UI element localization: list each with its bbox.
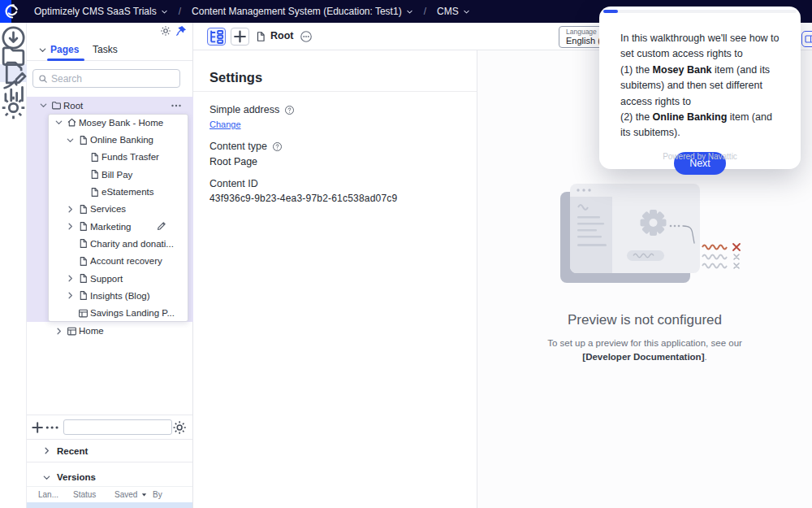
tree-footer-toolbar <box>27 415 192 439</box>
rail-item-settings[interactable] <box>0 99 27 117</box>
tree-item-label: Savings Landing P... <box>90 308 175 318</box>
more-options-button[interactable] <box>45 419 59 436</box>
content-id-field: Content ID <box>209 178 258 189</box>
nav-app-menu[interactable]: CMS <box>437 6 470 17</box>
add-page-button[interactable] <box>30 419 45 436</box>
walkthrough-popover: In this walkthrough we'll see how to set… <box>599 7 801 169</box>
chevron-right-icon[interactable] <box>64 222 76 231</box>
page-icon <box>255 31 266 42</box>
chevron-spacer <box>76 153 88 162</box>
tree-item-funds-trasfer[interactable]: Funds Trasfer <box>48 149 188 166</box>
walkthrough-progress-track <box>603 10 797 13</box>
breadcrumb-current-page: Root <box>270 30 293 41</box>
sort-caret-down-icon <box>140 491 148 498</box>
tree-settings-gear-icon[interactable] <box>172 419 187 436</box>
tree-item-services[interactable]: Services <box>48 201 188 218</box>
developer-documentation-link[interactable]: [Developer Documentation] <box>582 352 704 362</box>
nav-instance-menu[interactable]: Content Management System (Education: Te… <box>192 6 413 17</box>
walkthrough-item1-bold: Mosey Bank <box>653 64 712 76</box>
versions-column-lan: Lan... <box>38 490 58 499</box>
chevron-spacer <box>64 239 76 248</box>
tree-item-label: Bill Pay <box>102 170 132 180</box>
recent-section-header[interactable]: Recent <box>27 439 192 462</box>
page-options-menu-icon[interactable] <box>300 30 313 43</box>
page-icon <box>76 221 90 232</box>
chevron-down-icon[interactable] <box>37 101 50 110</box>
preview-hint-text: To set up a preview for this application… <box>547 338 742 348</box>
block-icon <box>65 326 79 336</box>
tree-item-options-icon[interactable] <box>171 100 182 111</box>
page-icon <box>76 204 90 215</box>
icon-rail <box>0 23 27 508</box>
nav-product-menu[interactable]: Optimizely CMS SaaS Trials <box>34 6 168 17</box>
tree-item-estatements[interactable]: eStatements <box>48 183 188 200</box>
home-icon <box>65 117 79 128</box>
tree-item-label: Insights (Blog) <box>90 291 150 301</box>
page-icon <box>76 238 90 249</box>
content-type-field: Content type <box>209 141 283 152</box>
tree-item-label: Support <box>90 274 123 284</box>
versions-column-status: Status <box>73 490 96 499</box>
new-content-button[interactable] <box>231 28 249 46</box>
page-icon <box>76 273 90 284</box>
tree-item-label: Mosey Bank - Home <box>79 118 163 128</box>
tree-item-root[interactable]: Root <box>27 97 193 114</box>
preview-not-configured-title: Preview is not configured <box>477 312 812 328</box>
recent-label: Recent <box>57 446 88 456</box>
pin-icon[interactable] <box>175 25 187 37</box>
collapse-chevron-icon[interactable] <box>38 46 47 54</box>
chevron-right-icon[interactable] <box>64 291 76 300</box>
toggle-tree-button[interactable] <box>207 28 226 46</box>
tree-item-online-banking[interactable]: Online Banking <box>48 131 188 148</box>
versions-column-label: Saved <box>114 490 137 499</box>
nav-separator: / <box>179 6 181 17</box>
tab-tasks[interactable]: Tasks <box>93 44 118 55</box>
optimizely-logo[interactable] <box>0 0 24 23</box>
versions-section-header[interactable]: Versions <box>27 468 192 486</box>
chevron-down-icon <box>463 8 470 15</box>
chevron-spacer <box>76 188 88 197</box>
chevron-right-icon[interactable] <box>53 327 65 336</box>
tree-item-account-recovery[interactable]: Account recovery <box>48 253 188 270</box>
tab-pages[interactable]: Pages <box>50 44 79 55</box>
tree-item-label: Charity and donati... <box>90 239 174 249</box>
chevron-spacer <box>64 257 76 266</box>
tree-item-label: Account recovery <box>90 256 162 266</box>
preview-not-configured-illustration <box>559 180 745 290</box>
chevron-down-icon[interactable] <box>64 136 76 145</box>
editing-pencil-icon <box>156 220 167 232</box>
help-icon[interactable] <box>272 141 283 152</box>
tree-item-mosey-bank-home[interactable]: Mosey Bank - Home <box>48 114 188 131</box>
versions-column-by: By <box>153 490 162 499</box>
panel-toggle-icon <box>805 34 812 44</box>
tree-item-savings-landing-p[interactable]: Savings Landing P... <box>48 305 188 322</box>
walkthrough-item1-prefix: (1) the <box>620 64 653 76</box>
chevron-right-icon[interactable] <box>64 274 76 283</box>
chevron-right-icon[interactable] <box>64 205 76 214</box>
tree-footer-input[interactable] <box>63 419 172 435</box>
powered-by-navattic: Powered by Navattic <box>599 152 801 161</box>
versions-column-label: Lan... <box>38 490 58 499</box>
tree-item-bill-pay[interactable]: Bill Pay <box>48 166 188 183</box>
tree-item-charity-and-donati[interactable]: Charity and donati... <box>48 235 188 252</box>
walkthrough-progress-fill <box>603 10 618 13</box>
nav-instance-label: Content Management System (Education: Te… <box>192 6 402 17</box>
settings-panel-title: Settings <box>209 70 262 85</box>
search-input[interactable] <box>51 73 175 85</box>
tree-item-label: Services <box>90 204 126 214</box>
folder-icon <box>50 100 63 111</box>
change-simple-address-link[interactable]: Change <box>209 119 241 129</box>
right-panel-toggle-button[interactable] <box>801 31 812 47</box>
tree-item-label: Home <box>79 326 104 336</box>
versions-column-saved[interactable]: Saved <box>114 490 148 499</box>
walkthrough-intro: In this walkthrough we'll see how to set… <box>620 33 780 59</box>
help-icon[interactable] <box>284 105 295 115</box>
page-icon <box>76 256 90 267</box>
sidebar-settings-gear-icon[interactable] <box>160 25 171 37</box>
tree-item-home[interactable]: Home <box>27 323 193 340</box>
selected-version-row[interactable] <box>27 502 192 508</box>
chevron-down-icon[interactable] <box>53 118 65 127</box>
tree-item-insights-blog[interactable]: Insights (Blog) <box>48 287 188 304</box>
tree-item-marketing[interactable]: Marketing <box>48 218 188 235</box>
tree-item-support[interactable]: Support <box>48 270 188 287</box>
